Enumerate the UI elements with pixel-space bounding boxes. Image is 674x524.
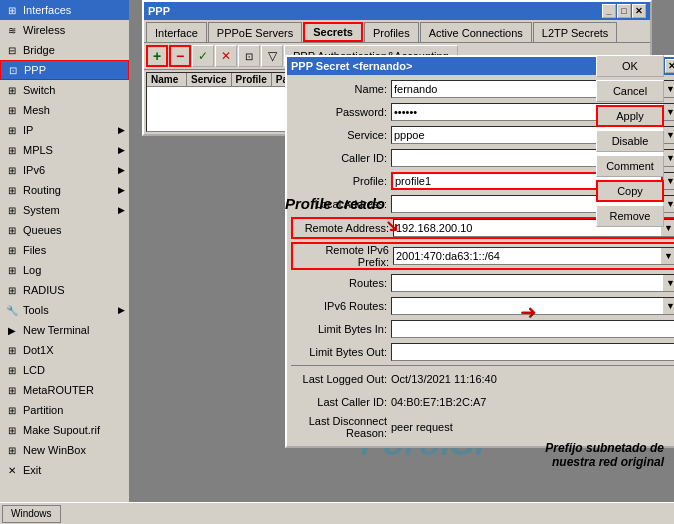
ppp-minimize-btn[interactable]: _ bbox=[602, 4, 616, 18]
routes-input[interactable] bbox=[391, 274, 663, 292]
check-btn[interactable]: ✓ bbox=[192, 45, 214, 67]
sidebar-item-mesh[interactable]: ⊞ Mesh bbox=[0, 100, 129, 120]
sidebar-label-exit: Exit bbox=[23, 464, 41, 476]
sidebar-item-partition[interactable]: ⊞ Partition bbox=[0, 400, 129, 420]
sidebar-item-routing[interactable]: ⊞ Routing ▶ bbox=[0, 180, 129, 200]
dot1x-icon: ⊞ bbox=[4, 342, 20, 358]
copy-button[interactable]: Copy bbox=[596, 180, 664, 202]
mpls-arrow: ▶ bbox=[118, 145, 125, 155]
apply-button[interactable]: Apply bbox=[596, 105, 664, 127]
lcd-icon: ⊞ bbox=[4, 362, 20, 378]
field-limit-bytes-in: Limit Bytes In: bbox=[291, 319, 674, 339]
tools-icon: 🔧 bbox=[4, 302, 20, 318]
tab-active-connections[interactable]: Active Connections bbox=[420, 22, 532, 42]
sidebar-label-partition: Partition bbox=[23, 404, 63, 416]
sidebar-item-bridge[interactable]: ⊟ Bridge bbox=[0, 40, 129, 60]
limit-bytes-out-input[interactable] bbox=[391, 343, 674, 361]
last-logged-out-value: Oct/13/2021 11:16:40 bbox=[391, 373, 497, 385]
radius-icon: ⊞ bbox=[4, 282, 20, 298]
sidebar-item-lcd[interactable]: ⊞ LCD bbox=[0, 360, 129, 380]
sidebar-item-mpls[interactable]: ⊞ MPLS ▶ bbox=[0, 140, 129, 160]
mesh-icon: ⊞ bbox=[4, 102, 20, 118]
remove-btn[interactable]: − bbox=[169, 45, 191, 67]
sidebar-item-interfaces[interactable]: ⊞ Interfaces bbox=[0, 0, 129, 20]
filter-btn[interactable]: ▽ bbox=[261, 45, 283, 67]
ipv6-arrow: ▶ bbox=[118, 165, 125, 175]
remote-ipv6-arrow: ➜ bbox=[520, 300, 537, 324]
sidebar-label-ppp: PPP bbox=[24, 64, 46, 76]
sidebar-item-ppp[interactable]: ⊡ PPP bbox=[0, 60, 129, 80]
sidebar-label-make-supout: Make Supout.rif bbox=[23, 424, 100, 436]
main-area: PPP _ □ ✕ Interface PPPoE Servers Secret… bbox=[130, 0, 674, 524]
cancel-button[interactable]: Cancel bbox=[596, 80, 664, 102]
exit-icon: ✕ bbox=[4, 462, 20, 478]
sidebar-item-files[interactable]: ⊞ Files bbox=[0, 240, 129, 260]
remote-ipv6-input[interactable] bbox=[393, 247, 661, 265]
tab-interface[interactable]: Interface bbox=[146, 22, 207, 42]
terminal-icon: ▶ bbox=[4, 322, 20, 338]
sidebar-label-switch: Switch bbox=[23, 84, 55, 96]
disable-button[interactable]: Disable bbox=[596, 130, 664, 152]
sidebar-item-queues[interactable]: ⊞ Queues bbox=[0, 220, 129, 240]
partition-icon: ⊞ bbox=[4, 402, 20, 418]
side-buttons: OK Cancel Apply Disable Comment Copy Rem… bbox=[596, 55, 666, 227]
remote-ipv6-label: Remote IPv6 Prefix: bbox=[293, 244, 393, 268]
tab-secrets[interactable]: Secrets bbox=[303, 22, 363, 42]
sidebar-item-new-winbox[interactable]: ⊞ New WinBox bbox=[0, 440, 129, 460]
remove-button[interactable]: Remove bbox=[596, 205, 664, 227]
ip-arrow: ▶ bbox=[118, 125, 125, 135]
sidebar-item-ipv6[interactable]: ⊞ IPv6 ▶ bbox=[0, 160, 129, 180]
last-caller-id-value: 04:B0:E7:1B:2C:A7 bbox=[391, 396, 486, 408]
sidebar-item-make-supout[interactable]: ⊞ Make Supout.rif bbox=[0, 420, 129, 440]
system-arrow: ▶ bbox=[118, 205, 125, 215]
sidebar-item-radius[interactable]: ⊞ RADIUS bbox=[0, 280, 129, 300]
app-container: ⊞ Interfaces ≋ Wireless ⊟ Bridge ⊡ PPP ⊞… bbox=[0, 0, 674, 524]
sidebar-label-ip: IP bbox=[23, 124, 33, 136]
remote-ipv6-dropdown-arrow[interactable]: ▼ bbox=[661, 247, 674, 265]
dialog-close-btn[interactable]: ✕ bbox=[665, 59, 674, 73]
files-icon: ⊞ bbox=[4, 242, 20, 258]
taskbar-windows-btn[interactable]: Windows bbox=[2, 505, 61, 523]
caller-id-label: Caller ID: bbox=[291, 152, 391, 164]
ip-icon: ⊞ bbox=[4, 122, 20, 138]
sidebar-label-mesh: Mesh bbox=[23, 104, 50, 116]
sidebar-item-tools[interactable]: 🔧 Tools ▶ bbox=[0, 300, 129, 320]
ppp-close-buttons: _ □ ✕ bbox=[602, 4, 646, 18]
ppp-maximize-btn[interactable]: □ bbox=[617, 4, 631, 18]
system-icon: ⊞ bbox=[4, 202, 20, 218]
sidebar-item-terminal[interactable]: ▶ New Terminal bbox=[0, 320, 129, 340]
sidebar-label-interfaces: Interfaces bbox=[23, 4, 71, 16]
sidebar-item-ip[interactable]: ⊞ IP ▶ bbox=[0, 120, 129, 140]
annotation-prefix: Prefijo subnetado de nuestra red origina… bbox=[514, 441, 664, 469]
sidebar-label-routing: Routing bbox=[23, 184, 61, 196]
routes-dropdown-arrow[interactable]: ▼ bbox=[663, 274, 674, 292]
ipv6-routes-dropdown-arrow[interactable]: ▼ bbox=[663, 297, 674, 315]
interfaces-icon: ⊞ bbox=[4, 2, 20, 18]
tab-l2tp-secrets[interactable]: L2TP Secrets bbox=[533, 22, 617, 42]
add-btn[interactable]: + bbox=[146, 45, 168, 67]
tab-pppoe-servers[interactable]: PPPoE Servers bbox=[208, 22, 302, 42]
sidebar-item-system[interactable]: ⊞ System ▶ bbox=[0, 200, 129, 220]
cross-btn[interactable]: ✕ bbox=[215, 45, 237, 67]
ppp-close-btn[interactable]: ✕ bbox=[632, 4, 646, 18]
sidebar-item-wireless[interactable]: ≋ Wireless bbox=[0, 20, 129, 40]
sidebar-label-files: Files bbox=[23, 244, 46, 256]
limit-bytes-out-label: Limit Bytes Out: bbox=[291, 346, 391, 358]
sidebar-label-terminal: New Terminal bbox=[23, 324, 89, 336]
tab-profiles[interactable]: Profiles bbox=[364, 22, 419, 42]
sidebar-item-log[interactable]: ⊞ Log bbox=[0, 260, 129, 280]
col-profile: Profile bbox=[232, 73, 272, 86]
annotation-profile: Profile creado bbox=[285, 195, 385, 212]
sidebar-item-dot1x[interactable]: ⊞ Dot1X bbox=[0, 340, 129, 360]
sidebar-item-exit[interactable]: ✕ Exit bbox=[0, 460, 129, 480]
ok-button[interactable]: OK bbox=[596, 55, 664, 77]
sidebar-label-mpls: MPLS bbox=[23, 144, 53, 156]
field-last-disconnect: Last Disconnect Reason: peer request bbox=[291, 415, 674, 439]
bridge-icon: ⊟ bbox=[4, 42, 20, 58]
ppp-title: PPP bbox=[148, 5, 170, 17]
comment-button[interactable]: Comment bbox=[596, 155, 664, 177]
sidebar-item-metarouter[interactable]: ⊞ MetaROUTER bbox=[0, 380, 129, 400]
copy-btn[interactable]: ⊡ bbox=[238, 45, 260, 67]
profile-label: Profile: bbox=[291, 175, 391, 187]
sidebar-item-switch[interactable]: ⊞ Switch bbox=[0, 80, 129, 100]
